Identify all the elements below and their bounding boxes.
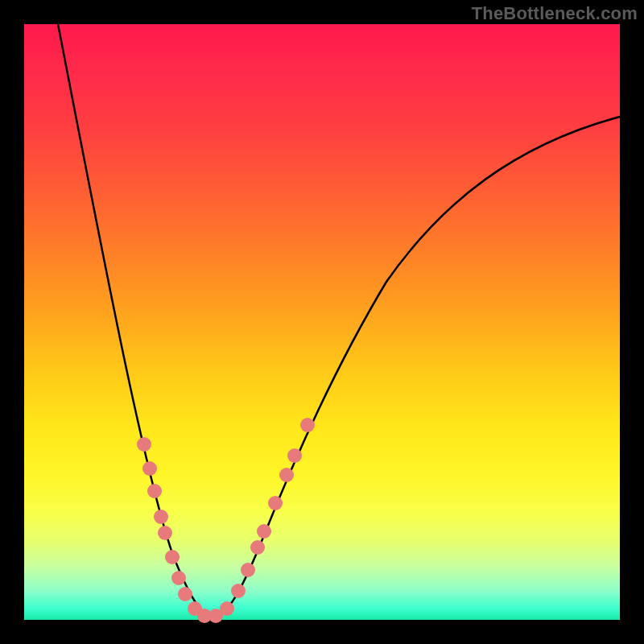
highlight-dot — [171, 571, 186, 585]
highlight-dot — [158, 526, 172, 540]
highlight-dot — [279, 468, 294, 482]
highlight-dot — [268, 496, 283, 510]
chart-frame: TheBottleneck.com — [0, 0, 644, 644]
plot-area — [24, 24, 620, 620]
highlight-dot — [147, 484, 162, 498]
chart-svg — [24, 24, 620, 620]
highlight-dot — [154, 510, 168, 524]
watermark: TheBottleneck.com — [472, 3, 638, 24]
highlight-dot — [137, 437, 151, 452]
highlight-dot — [142, 461, 157, 476]
highlight-dot — [231, 584, 246, 598]
highlight-dot — [178, 587, 192, 601]
bottleneck-curve — [58, 24, 620, 617]
highlight-dot — [220, 601, 234, 616]
highlight-dot — [250, 540, 265, 555]
highlight-dot — [300, 418, 315, 432]
highlight-dot — [287, 448, 302, 463]
highlight-dot — [165, 550, 180, 564]
highlight-dot — [241, 563, 255, 577]
highlight-dots — [137, 418, 315, 623]
highlight-dot — [257, 524, 271, 539]
